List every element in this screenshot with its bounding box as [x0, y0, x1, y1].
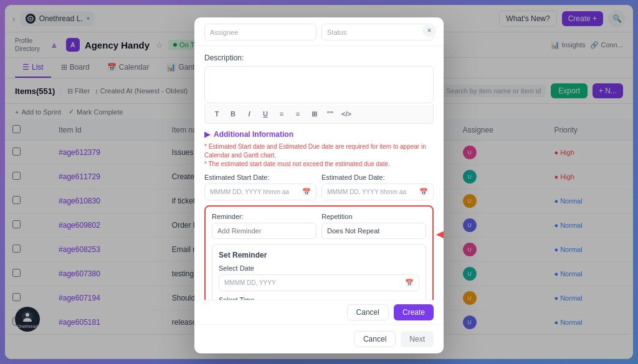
- modal-body: Description: T B I U ≡ ≡ ⊞ "" </> ▶ Addi…: [194, 46, 444, 300]
- red-arrow-indicator: ➤: [436, 224, 444, 245]
- status-input[interactable]: Status ▾: [321, 24, 434, 40]
- editor-ol-btn[interactable]: ≡: [291, 107, 305, 121]
- editor-bold-btn[interactable]: B: [226, 107, 240, 121]
- estimated-start-label: Estimated Start Date:: [204, 174, 317, 181]
- repetition-select[interactable]: Does Not Repeat Daily Weekly Monthly: [321, 223, 426, 239]
- estimated-due-label: Estimated Due Date:: [321, 174, 434, 181]
- repetition-label: Repetition: [321, 213, 426, 220]
- set-reminder-cancel-button[interactable]: Cancel: [347, 304, 389, 320]
- editor-code-btn[interactable]: </>: [340, 107, 353, 121]
- set-reminder-create-button[interactable]: Create: [394, 304, 434, 320]
- editor-toolbar: T B I U ≡ ≡ ⊞ "" </>: [204, 105, 434, 124]
- editor-underline-btn[interactable]: U: [259, 107, 272, 121]
- reminder-date-calendar-icon: 📅: [405, 279, 414, 287]
- assignee-input[interactable]: Assignee: [204, 24, 317, 40]
- select-time-label: Select Time: [219, 296, 419, 300]
- reminder-date-input[interactable]: MMMM DD, YYYY 📅: [219, 274, 419, 291]
- estimated-start-input[interactable]: MMMM DD, YYYY hhmm aa 📅: [204, 184, 317, 200]
- select-date-label: Select Date: [219, 264, 419, 272]
- modal-cancel-button[interactable]: Cancel: [354, 331, 396, 347]
- triangle-icon: ▶: [204, 130, 210, 139]
- editor-list-btn[interactable]: ≡: [275, 107, 288, 121]
- create-item-modal: Assignee Status ▾ × Description: T B I U…: [194, 17, 444, 353]
- reminder-section: Reminder: Repetition Does Not Repeat Dai…: [204, 205, 434, 300]
- calendar-start-icon: 📅: [302, 188, 311, 196]
- editor-italic-btn[interactable]: I: [242, 107, 256, 121]
- set-reminder-title: Set Reminder: [219, 251, 419, 259]
- calendar-due-icon: 📅: [419, 188, 428, 196]
- estimated-due-input[interactable]: MMMM DD, YYYY hhmm aa 📅: [321, 184, 434, 200]
- modal-next-button[interactable]: Next: [401, 331, 434, 347]
- description-textarea[interactable]: [204, 66, 434, 103]
- set-reminder-panel: Set Reminder Select Date MMMM DD, YYYY 📅…: [212, 244, 426, 300]
- reminder-input[interactable]: [212, 223, 317, 239]
- reminder-label: Reminder:: [212, 213, 317, 220]
- editor-text-btn[interactable]: T: [210, 107, 224, 121]
- modal-close-button[interactable]: ×: [422, 24, 436, 37]
- modal-footer: Cancel Next: [194, 324, 444, 353]
- editor-quote-btn[interactable]: "": [323, 107, 337, 121]
- additional-info-header[interactable]: ▶ Additional Information: [204, 130, 434, 139]
- warning-text: * Estimated Start date and Estimated Due…: [204, 142, 434, 169]
- description-label: Description:: [204, 54, 434, 62]
- set-reminder-footer: Cancel Create: [194, 300, 444, 324]
- editor-image-btn[interactable]: ⊞: [307, 107, 321, 121]
